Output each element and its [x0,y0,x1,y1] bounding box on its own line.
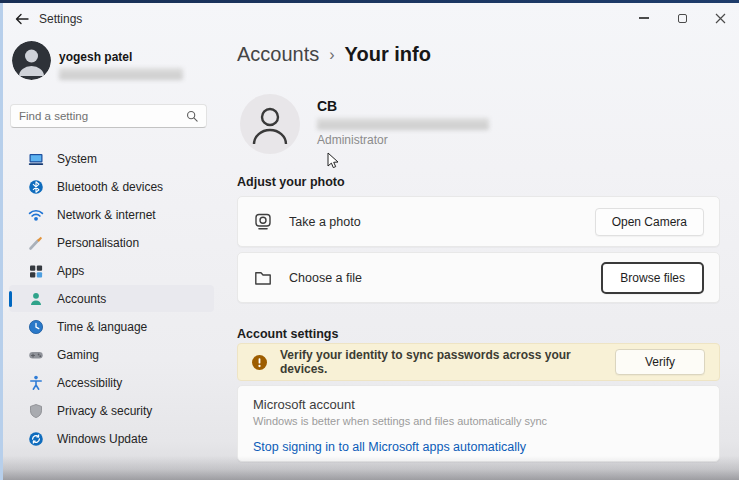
take-a-photo-row: Take a photo Open Camera [237,196,720,247]
user-name: yogesh patel [59,50,183,64]
maximize-button[interactable] [663,3,701,33]
profile-name: CB [317,98,337,114]
verify-button[interactable]: Verify [615,349,705,375]
sidebar-item-privacy[interactable]: Privacy & security [9,397,214,424]
verify-identity-banner: Verify your identity to sync passwords a… [237,343,720,381]
person-outline-icon [240,94,300,154]
sidebar-item-personalisation[interactable]: Personalisation [9,229,214,256]
sync-icon [28,431,44,447]
sidebar-item-label: System [57,152,97,166]
breadcrumb-parent[interactable]: Accounts [237,43,319,66]
sidebar-item-label: Privacy & security [57,404,152,418]
search-icon [186,110,198,122]
window-left-edge [0,3,3,480]
user-email-redacted [59,68,183,80]
window-controls [625,3,739,33]
sidebar-item-label: Accessibility [57,376,122,390]
sidebar-item-label: Time & language [57,320,147,334]
sidebar-nav: System Bluetooth & devices Network & int… [3,144,220,453]
settings-window: Settings yogesh patel [0,0,739,480]
sidebar-item-system[interactable]: System [9,145,214,172]
breadcrumb: Accounts › Your info [237,43,431,66]
titlebar: Settings [0,3,739,35]
sidebar-item-accessibility[interactable]: Accessibility [9,369,214,396]
window-title: Settings [39,12,82,26]
user-avatar [12,41,51,80]
sidebar-item-label: Windows Update [57,432,148,446]
microsoft-account-card: Microsoft account Windows is better when… [237,385,720,462]
folder-icon [253,268,273,288]
sidebar-item-label: Gaming [57,348,99,362]
sidebar-item-apps[interactable]: Apps [9,257,214,284]
verify-identity-text: Verify your identity to sync passwords a… [280,348,615,376]
close-button[interactable] [701,3,739,33]
sidebar: yogesh patel System [3,35,220,480]
sidebar-item-windows-update[interactable]: Windows Update [9,425,214,452]
sidebar-item-label: Personalisation [57,236,139,250]
main-content: Accounts › Your info CB Administrator Ad… [237,35,739,480]
minimize-button[interactable] [625,3,663,33]
user-meta: yogesh patel [59,41,183,80]
sidebar-item-network[interactable]: Network & internet [9,201,214,228]
browse-files-button[interactable]: Browse files [601,262,704,294]
section-title-adjust-photo: Adjust your photo [237,175,345,189]
sidebar-item-gaming[interactable]: Gaming [9,341,214,368]
window-top-edge [0,0,739,3]
sidebar-item-accounts[interactable]: Accounts [9,285,214,312]
microsoft-account-subtitle: Windows is better when settings and file… [253,415,704,427]
microsoft-account-title: Microsoft account [253,397,704,412]
sidebar-item-label: Bluetooth & devices [57,180,163,194]
page-title: Your info [345,43,431,66]
close-icon [715,13,726,24]
mouse-cursor-icon [327,152,340,174]
maximize-icon [678,14,687,23]
profile-avatar [240,94,300,154]
minimize-icon [639,17,649,18]
stop-signing-in-link[interactable]: Stop signing in to all Microsoft apps au… [253,440,526,454]
take-a-photo-label: Take a photo [289,215,361,229]
sidebar-item-time-language[interactable]: Time & language [9,313,214,340]
sidebar-item-label: Accounts [57,292,106,306]
choose-a-file-label: Choose a file [289,271,362,285]
breadcrumb-separator-icon: › [329,46,334,64]
choose-a-file-row: Choose a file Browse files [237,252,720,303]
camera-icon [253,212,273,232]
paintbrush-icon [28,235,44,251]
user-avatar-icon [12,41,51,80]
clock-icon [28,319,44,335]
back-button[interactable] [12,9,32,29]
sidebar-item-label: Network & internet [57,208,156,222]
system-icon [28,151,44,167]
accessibility-icon [28,375,44,391]
gamepad-icon [28,347,44,363]
section-title-account-settings: Account settings [237,327,338,341]
warning-icon [252,355,267,370]
search-input[interactable] [19,110,186,122]
apps-icon [28,263,44,279]
profile-email-redacted [317,118,489,130]
back-arrow-icon [15,13,29,25]
sidebar-user-card[interactable]: yogesh patel [12,41,183,80]
search-box[interactable] [10,104,207,128]
accounts-person-icon [28,291,44,307]
profile-role: Administrator [317,133,388,147]
sidebar-item-bluetooth[interactable]: Bluetooth & devices [9,173,214,200]
open-camera-button[interactable]: Open Camera [595,208,704,236]
sidebar-item-label: Apps [57,264,84,278]
wifi-icon [28,207,44,223]
shield-icon [28,403,44,419]
bluetooth-icon [28,179,44,195]
